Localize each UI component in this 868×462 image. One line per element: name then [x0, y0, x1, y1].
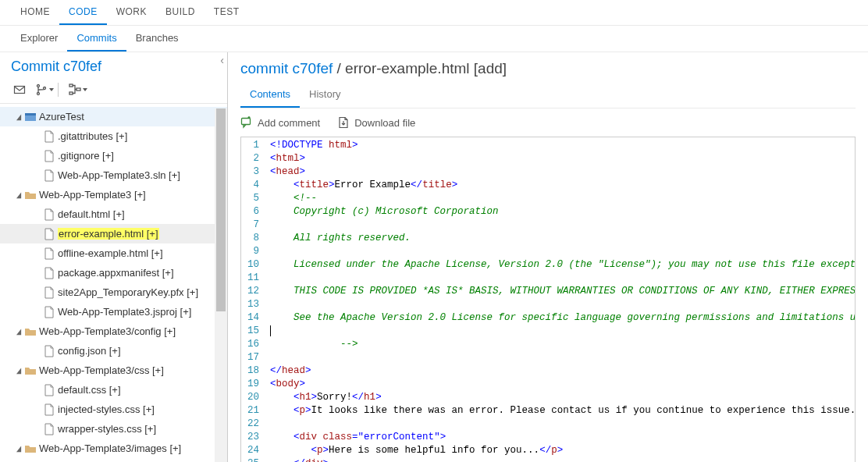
mail-icon[interactable]: [12, 83, 27, 97]
line-number: 17: [247, 351, 259, 364]
svg-rect-5: [69, 92, 73, 94]
tree-item-label: Web-App-Template3/images [+]: [39, 442, 181, 454]
line-number: 22: [247, 418, 259, 431]
tree-file[interactable]: offline-example.html [+]: [0, 243, 227, 263]
tree-file[interactable]: package.appxmanifest [+]: [0, 263, 227, 283]
tree-item-label: Web-App-Template3 [+]: [39, 189, 146, 201]
file-icon: [42, 345, 56, 357]
breadcrumb-commit-link[interactable]: commit c70fef: [240, 60, 333, 76]
svg-point-2: [37, 93, 40, 95]
tree-file[interactable]: Web-App-Template3.jsproj [+]: [0, 302, 227, 322]
breadcrumb-sep: /: [337, 60, 346, 76]
tree-item-label: .gitignore [+]: [58, 150, 114, 162]
folder-icon: [23, 325, 37, 338]
left-panel: ‹ Commit c70fef ◢AzureTest.gitattributes…: [0, 52, 228, 462]
tree-item-label: package.appxmanifest [+]: [58, 267, 174, 279]
line-number: 25: [247, 457, 259, 462]
folder-icon: [23, 442, 37, 455]
tree-item-label: Web-App-Template3/css [+]: [39, 364, 164, 376]
subtab-commits[interactable]: Commits: [67, 26, 126, 52]
tree-folder[interactable]: ◢Web-App-Template3/images [+]: [0, 439, 227, 458]
line-number: 13: [247, 298, 259, 311]
tree-item-label: injected-styles.css [+]: [58, 403, 155, 415]
commit-title: Commit c70fef: [0, 52, 227, 78]
code-line: See the Apache Version 2.0 License for s…: [270, 311, 855, 325]
tree-file[interactable]: default.css [+]: [0, 380, 227, 400]
svg-point-3: [44, 87, 46, 90]
expand-icon[interactable]: ◢: [15, 327, 23, 336]
line-number: 23: [247, 431, 259, 444]
tree-item-label: default.html [+]: [58, 208, 125, 220]
tree-file[interactable]: injected-styles.css [+]: [0, 400, 227, 419]
filetab-history[interactable]: History: [300, 82, 350, 108]
file-icon: [42, 384, 56, 396]
tab-work[interactable]: WORK: [107, 0, 156, 25]
folder-icon: [23, 364, 37, 377]
file-icon: [42, 247, 56, 260]
tree-file[interactable]: config.json [+]: [0, 341, 227, 361]
subtab-explorer[interactable]: Explorer: [11, 26, 67, 52]
tree-file[interactable]: error-example.html [+]: [0, 224, 227, 243]
breadcrumb: commit c70fef / error-example.html [add]: [228, 52, 868, 82]
left-toolbar: [0, 78, 227, 104]
tree-file[interactable]: default.html [+]: [0, 204, 227, 224]
top-nav: HOME CODE WORK BUILD TEST: [0, 0, 868, 26]
line-number: 18: [247, 364, 259, 378]
download-file-label: Download file: [354, 117, 415, 129]
tab-test[interactable]: TEST: [205, 0, 249, 25]
add-comment-button[interactable]: Add comment: [240, 116, 320, 129]
code-content[interactable]: <!DOCTYPE html><html><head> <title>Error…: [267, 137, 855, 462]
code-line: </head>: [270, 364, 855, 378]
scrollbar-track[interactable]: [215, 108, 227, 462]
code-line: <body>: [270, 378, 855, 391]
filetab-contents[interactable]: Contents: [240, 82, 300, 108]
expand-icon[interactable]: ◢: [15, 112, 23, 121]
branch-icon[interactable]: [34, 83, 48, 97]
code-line: [270, 351, 855, 364]
tab-build[interactable]: BUILD: [156, 0, 205, 25]
expand-icon[interactable]: ◢: [15, 190, 23, 199]
collapse-panel-button[interactable]: ‹: [220, 54, 224, 66]
scrollbar-thumb[interactable]: [216, 108, 226, 311]
tree-file[interactable]: Web-App-Template3.sln [+]: [0, 165, 227, 185]
expand-icon[interactable]: ◢: [15, 366, 23, 375]
code-line: <p>Here is some helpful info for you...<…: [270, 444, 855, 457]
line-number: 12: [247, 285, 259, 298]
code-line: <div class="errorContent">: [270, 431, 855, 444]
code-viewer: 1234567891011121314151617181920212223242…: [240, 137, 856, 462]
line-number: 7: [247, 219, 259, 232]
tree-folder[interactable]: ◢Web-App-Template3/css [+]: [0, 361, 227, 380]
code-gutter: 1234567891011121314151617181920212223242…: [241, 137, 267, 462]
line-number: 15: [247, 325, 259, 338]
tab-home[interactable]: HOME: [11, 0, 59, 25]
tree-folder[interactable]: ◢Web-App-Template3/config [+]: [0, 322, 227, 341]
subtab-branches[interactable]: Branches: [126, 26, 188, 52]
download-file-button[interactable]: Download file: [337, 116, 415, 129]
code-line: <h1>Sorry!</h1>: [270, 391, 855, 404]
code-line: Licensed under the Apache License, Versi…: [270, 258, 855, 272]
tree-file[interactable]: wrapper-styles.css [+]: [0, 419, 227, 439]
code-line: <title>Error Example</title>: [270, 179, 855, 192]
tree-file[interactable]: .gitattributes [+]: [0, 126, 227, 146]
file-actions: Add comment Download file: [228, 108, 868, 137]
code-line: THIS CODE IS PROVIDED *AS IS* BASIS, WIT…: [270, 285, 855, 298]
code-line: </div>: [270, 457, 855, 462]
expand-icon[interactable]: ◢: [15, 444, 23, 453]
tree-folder[interactable]: ◢Web-App-Template3 [+]: [0, 185, 227, 204]
line-number: 5: [247, 192, 259, 205]
tree-file[interactable]: site2App_TemporaryKey.pfx [+]: [0, 283, 227, 302]
line-number: 10: [247, 258, 259, 272]
code-line: [270, 219, 855, 232]
tree-folder[interactable]: ◢AzureTest: [0, 107, 227, 126]
tree-item-label: wrapper-styles.css [+]: [58, 423, 156, 435]
code-line: All rights reserved.: [270, 232, 855, 245]
tree-view-icon[interactable]: [68, 83, 82, 97]
tree-item-label: default.css [+]: [58, 384, 121, 396]
tree-file[interactable]: .gitignore [+]: [0, 146, 227, 165]
file-icon: [42, 228, 56, 240]
line-number: 11: [247, 272, 259, 285]
line-number: 9: [247, 245, 259, 258]
tab-code[interactable]: CODE: [59, 0, 107, 25]
file-icon: [42, 150, 56, 162]
file-icon: [42, 286, 56, 299]
